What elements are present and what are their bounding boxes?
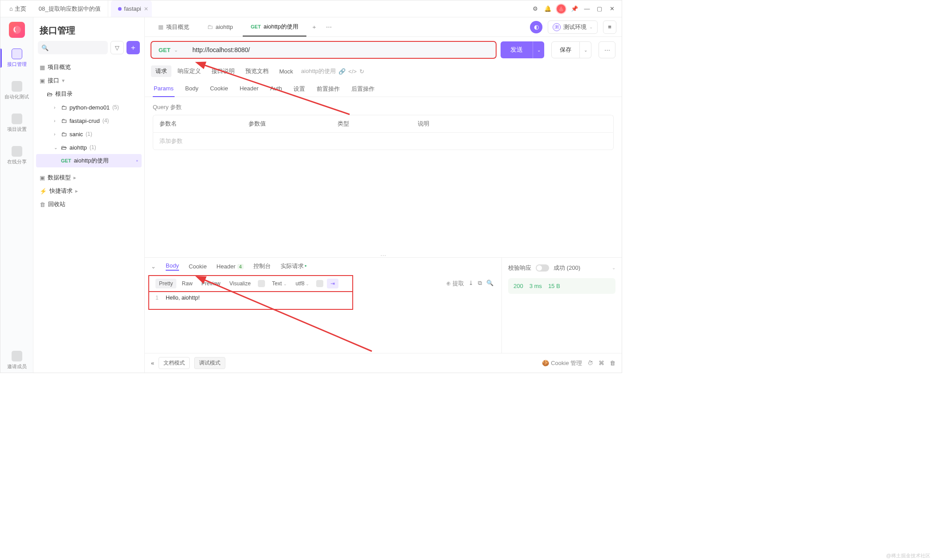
add-button[interactable]: ＋ <box>126 41 140 54</box>
download-icon[interactable]: ⤓ <box>469 280 473 288</box>
validate-label: 校验响应 <box>508 264 531 272</box>
trash-icon[interactable]: 🗑 <box>610 360 615 366</box>
send-dropdown[interactable]: ⌄ <box>533 41 544 58</box>
search-input[interactable]: 🔍 <box>38 41 108 54</box>
ptab-cookie[interactable]: Cookie <box>209 81 228 97</box>
subtab-api-desc[interactable]: 接口说明 <box>207 65 239 77</box>
save-dropdown[interactable]: ⌄ <box>580 41 591 58</box>
grid-icon: ▦ <box>158 24 163 30</box>
close-icon[interactable]: ✕ <box>144 6 148 12</box>
clock-icon[interactable]: ⏱ <box>587 360 593 366</box>
filter-button[interactable]: ▽ <box>110 41 124 54</box>
tree-quick[interactable]: ⚡快捷请求▸ <box>36 184 142 198</box>
rail-share[interactable]: 在线分享 <box>0 143 33 168</box>
rail-automation[interactable]: 自动化测试 <box>0 78 33 103</box>
chevron-down-icon[interactable]: ⌄ <box>612 265 615 270</box>
resp-tab-actual[interactable]: 实际请求 <box>281 262 307 270</box>
settings-icon[interactable]: ⚙ <box>529 3 542 15</box>
more-button[interactable]: ⋯ <box>599 41 615 58</box>
copy-icon[interactable]: ⧉ <box>478 280 482 288</box>
save-button[interactable]: 保存 <box>551 41 580 58</box>
send-button[interactable]: 发送 <box>501 41 533 58</box>
ptab-post[interactable]: 后置操作 <box>350 81 375 97</box>
method-badge: GET <box>251 24 261 29</box>
bell-icon[interactable]: 🔔 <box>542 3 554 15</box>
view-raw[interactable]: Raw <box>178 279 196 288</box>
search-icon[interactable]: 🔍 <box>486 280 493 288</box>
resp-tab-console[interactable]: 控制台 <box>253 262 271 270</box>
view-visualize[interactable]: Visualize <box>226 279 254 288</box>
tree-folder-3[interactable]: ›🗀sanic(1) <box>36 127 142 141</box>
tab-folder[interactable]: 🗀aiohttp <box>199 17 241 37</box>
mode-doc[interactable]: 文档模式 <box>159 357 190 369</box>
tree-overview[interactable]: ▦项目概览 <box>36 61 142 74</box>
subtab-preview-doc[interactable]: 预览文档 <box>241 65 273 77</box>
count: (4) <box>102 118 109 124</box>
tree-root-dir[interactable]: 🗁根目录 <box>36 87 142 101</box>
close-window-icon[interactable]: ✕ <box>606 3 618 15</box>
resp-tab-header[interactable]: Header4 <box>216 263 244 270</box>
tree-recycle[interactable]: 🗑回收站 <box>36 198 142 211</box>
menu-button[interactable]: ≡ <box>603 20 616 34</box>
wrap-icon[interactable]: ⇥ <box>327 279 338 288</box>
url-input[interactable] <box>187 46 496 53</box>
status-code: 200 <box>513 283 523 289</box>
method-selector[interactable]: GET⌄ <box>151 47 187 53</box>
rail-api[interactable]: 接口管理 <box>0 46 33 70</box>
minimize-icon[interactable]: — <box>581 3 593 15</box>
doc-tab-1[interactable]: 08_提取响应数据中的值 <box>32 0 108 17</box>
mode-debug[interactable]: 调试模式 <box>194 357 225 369</box>
doc-tab-2[interactable]: fastapi ✕ <box>111 0 152 17</box>
ptab-body[interactable]: Body <box>184 81 200 97</box>
tab-overview[interactable]: ▦项目概览 <box>150 17 197 37</box>
subtab-request[interactable]: 请求 <box>151 65 171 77</box>
ptab-settings[interactable]: 设置 <box>293 81 306 97</box>
col-type: 类型 <box>331 115 411 132</box>
tree-leaf-aiohttp[interactable]: GETaiohttp的使用 <box>36 154 142 167</box>
maximize-icon[interactable]: ▢ <box>593 3 606 15</box>
extract-button[interactable]: ⊕ 提取 <box>446 280 464 288</box>
validate-toggle[interactable] <box>536 264 549 272</box>
tree-folder-2[interactable]: ›🗀fastapi-crud(4) <box>36 114 142 127</box>
subtab-mock[interactable]: Mock <box>275 66 297 77</box>
params-add-row[interactable]: 添加参数 <box>153 132 614 150</box>
ptab-auth[interactable]: Auth <box>269 81 283 97</box>
ptab-params[interactable]: Params <box>153 81 175 97</box>
rail-invite[interactable]: 邀请成员 <box>0 348 33 373</box>
pin-icon[interactable]: 📌 <box>568 3 581 15</box>
view-pretty[interactable]: Pretty <box>155 279 176 288</box>
view-preview[interactable]: Preview <box>198 279 224 288</box>
format-selector[interactable]: Text <box>269 279 290 288</box>
code-icon[interactable]: ⌘ <box>599 360 604 366</box>
collapse-icon[interactable]: ⌄ <box>151 263 156 270</box>
more-tabs-button[interactable]: ⋯ <box>322 24 335 30</box>
ptab-header[interactable]: Header <box>239 81 260 97</box>
rail-project-settings[interactable]: 项目设置 <box>0 111 33 135</box>
subtab-meta: aiohttp的使用🔗</>↻ <box>301 67 364 75</box>
tree-folder-1[interactable]: ›🗀python-demo01(5) <box>36 101 142 114</box>
resp-tab-body[interactable]: Body <box>166 262 179 271</box>
cookie-manage[interactable]: 🍪 Cookie 管理 <box>542 359 582 367</box>
ptab-pre[interactable]: 前置操作 <box>316 81 341 97</box>
meta-label: aiohttp的使用 <box>301 67 336 75</box>
subtab-response-def[interactable]: 响应定义 <box>173 65 205 77</box>
tree-folder-4[interactable]: ⌄🗁aiohttp(1) <box>36 141 142 154</box>
collapse-left-icon[interactable]: « <box>151 360 154 366</box>
validate-status: 成功 (200) <box>554 264 580 272</box>
tab-active-api[interactable]: GETaiohttp的使用 <box>243 17 306 37</box>
tree-api-root[interactable]: ▣接口▾ <box>36 74 142 87</box>
home-button[interactable]: ⌂ 主页 <box>4 5 32 13</box>
run-button[interactable]: ◐ <box>530 21 542 33</box>
env-selector[interactable]: 测测试环境⌄ <box>548 20 598 34</box>
link-icon[interactable]: 🔗 <box>338 68 346 75</box>
resp-tab-cookie[interactable]: Cookie <box>189 263 207 270</box>
split-handle[interactable]: ⋯ <box>145 252 622 257</box>
new-tab-button[interactable]: ＋ <box>308 23 321 31</box>
tree-models[interactable]: ▣数据模型▸ <box>36 171 142 184</box>
app-logo[interactable] <box>9 22 25 38</box>
code-icon[interactable]: </> <box>348 68 357 75</box>
tab-label: 项目概览 <box>166 23 189 31</box>
avatar[interactable] <box>556 4 566 14</box>
encoding-selector[interactable]: utf8 <box>292 279 313 288</box>
refresh-icon[interactable]: ↻ <box>359 68 364 75</box>
